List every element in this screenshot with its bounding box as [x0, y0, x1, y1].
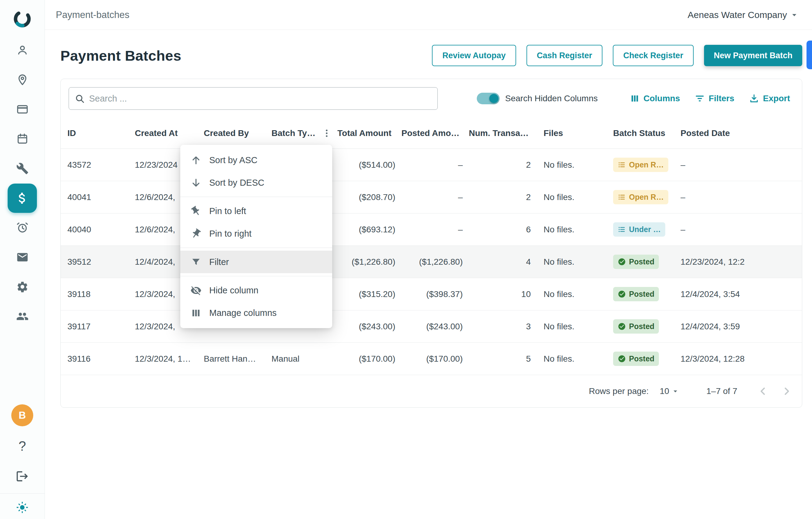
- toolbar-right: Search Hidden Columns Columns Filters: [477, 93, 790, 104]
- sidebar-item-schedule[interactable]: [0, 124, 45, 154]
- sidebar-item-locations[interactable]: [0, 65, 45, 94]
- cell-num_transactions: 10: [469, 289, 544, 299]
- people-icon: [16, 310, 29, 323]
- table-row[interactable]: 4004112/6/2024,($208.70)–2No files.Open …: [61, 181, 802, 213]
- cell-files: No files.: [544, 289, 613, 299]
- edge-peek-button[interactable]: [807, 40, 812, 69]
- filter-icon: [190, 256, 202, 268]
- menu-item-filter[interactable]: Filter: [180, 251, 332, 273]
- table-row[interactable]: 4357212/23/2024($514.00)–2No files.Open …: [61, 149, 802, 181]
- sidebar-item-tools[interactable]: [0, 154, 45, 183]
- sidebar-item-settings[interactable]: [0, 272, 45, 302]
- view-controls: Columns Filters Export: [630, 93, 790, 104]
- cell-files: No files.: [544, 354, 613, 364]
- app-root: B ? Payment-batches Aeneas Water Company…: [0, 0, 812, 519]
- menu-item-sort-by-desc[interactable]: Sort by DESC: [180, 172, 332, 194]
- table-row[interactable]: 3911812/3/2024,($315.20)($398.37)10No fi…: [61, 278, 802, 310]
- status-badge: Posted: [613, 319, 659, 334]
- cell-total_amount: ($1,226.80): [337, 257, 401, 267]
- column-header-total_amount[interactable]: Total Amount: [337, 128, 401, 138]
- search-icon: [75, 93, 85, 104]
- cell-files: No files.: [544, 225, 613, 235]
- column-header-created_at[interactable]: Created At: [135, 128, 204, 138]
- cash-register-button[interactable]: Cash Register: [526, 45, 603, 66]
- dollar-icon: [15, 191, 30, 206]
- table-row[interactable]: 3951212/4/2024,($1,226.80)($1,226.80)4No…: [61, 246, 802, 278]
- status-posted-icon: [618, 258, 626, 266]
- menu-divider: [180, 197, 332, 197]
- column-header-batch_type[interactable]: Batch Ty…: [271, 128, 337, 139]
- chevron-down-icon: [789, 10, 799, 20]
- table-row[interactable]: 3911612/3/2024, 1…Barrett Han…Manual($17…: [61, 343, 802, 375]
- column-header-label: Posted Amo…: [401, 128, 459, 138]
- filters-button[interactable]: Filters: [695, 93, 734, 104]
- arrow-down-icon: [190, 177, 202, 188]
- columns-button[interactable]: Columns: [630, 93, 680, 104]
- sidebar-item-billing[interactable]: [0, 94, 45, 124]
- column-header-created_by[interactable]: Created By: [204, 128, 271, 138]
- menu-item-pin-to-right[interactable]: Pin to right: [180, 222, 332, 245]
- company-name: Aeneas Water Company: [688, 10, 787, 20]
- column-header-files[interactable]: Files: [544, 128, 613, 138]
- column-header-posted_amount[interactable]: Posted Amo…: [401, 128, 469, 138]
- arrow-up-icon: [190, 155, 202, 166]
- column-header-status[interactable]: Batch Status: [613, 128, 680, 138]
- app-logo[interactable]: [12, 9, 32, 29]
- column-header-posted_date[interactable]: Posted Date: [680, 128, 802, 138]
- export-button[interactable]: Export: [749, 93, 790, 104]
- cell-created_by: Barrett Han…: [204, 354, 271, 364]
- rows-per-page-select[interactable]: 10: [660, 386, 679, 396]
- help-button[interactable]: ?: [0, 438, 45, 454]
- logout-icon[interactable]: [16, 469, 29, 483]
- sidebar-item-team[interactable]: [0, 302, 45, 331]
- cell-posted_amount: –: [401, 192, 469, 202]
- menu-item-manage-columns[interactable]: Manage columns: [180, 302, 332, 324]
- column-header-id[interactable]: ID: [67, 128, 135, 138]
- cell-total_amount: ($170.00): [337, 354, 401, 364]
- previous-page-button[interactable]: [757, 385, 769, 397]
- search-input[interactable]: [88, 93, 432, 104]
- brightness-icon[interactable]: [16, 501, 28, 514]
- column-menu-trigger[interactable]: [321, 128, 332, 139]
- cell-files: No files.: [544, 257, 613, 267]
- cell-posted_date: –: [680, 192, 802, 202]
- cell-num_transactions: 2: [469, 160, 544, 170]
- sidebar-item-payments-active[interactable]: [0, 183, 45, 213]
- payment-batches-card: Search Hidden Columns Columns Filters: [60, 79, 802, 408]
- cell-num_transactions: 4: [469, 257, 544, 267]
- table-row[interactable]: 3911712/3/2024,($243.00)($243.00)3No fil…: [61, 310, 802, 343]
- menu-divider: [180, 276, 332, 276]
- menu-item-hide-column[interactable]: Hide column: [180, 279, 332, 302]
- menu-item-sort-by-asc[interactable]: Sort by ASC: [180, 149, 332, 172]
- status-label: Open R…: [629, 160, 664, 169]
- status-label: Under …: [629, 225, 661, 234]
- sidebar-item-customers[interactable]: [0, 35, 45, 65]
- column-header-num_transactions[interactable]: Num. Transa…: [469, 128, 544, 138]
- wrench-icon: [16, 162, 29, 175]
- table-body: 4357212/23/2024($514.00)–2No files.Open …: [61, 149, 802, 375]
- sidebar-nav: [0, 35, 45, 331]
- search-box[interactable]: [69, 87, 438, 110]
- table-row[interactable]: 4004012/6/2024,($693.12)–6No files.Under…: [61, 213, 802, 246]
- sidebar-item-messages[interactable]: [0, 242, 45, 272]
- menu-item-label: Sort by ASC: [209, 155, 257, 165]
- menu-item-pin-to-left[interactable]: Pin to left: [180, 200, 332, 222]
- cell-created_at: 12/3/2024, 1…: [135, 354, 204, 364]
- cell-posted_amount: ($243.00): [401, 322, 469, 332]
- location-pin-icon: [16, 73, 29, 86]
- column-header-label: Batch Status: [613, 128, 665, 138]
- sidebar-item-reminders[interactable]: [0, 213, 45, 242]
- check-register-button[interactable]: Check Register: [613, 45, 694, 66]
- next-page-button[interactable]: [781, 385, 793, 397]
- cell-total_amount: ($514.00): [337, 160, 401, 170]
- new-payment-batch-button[interactable]: New Payment Batch: [704, 45, 802, 66]
- search-hidden-columns-toggle[interactable]: [477, 93, 500, 104]
- rows-per-page-value: 10: [660, 386, 669, 396]
- cell-status: Open R…: [613, 158, 680, 172]
- column-header-label: Posted Date: [680, 128, 730, 138]
- cell-posted_date: 12/3/2024, 12:28: [680, 354, 802, 364]
- company-selector[interactable]: Aeneas Water Company: [688, 10, 799, 20]
- columns-icon: [630, 93, 640, 104]
- avatar[interactable]: B: [11, 404, 33, 426]
- review-autopay-button[interactable]: Review Autopay: [432, 45, 516, 66]
